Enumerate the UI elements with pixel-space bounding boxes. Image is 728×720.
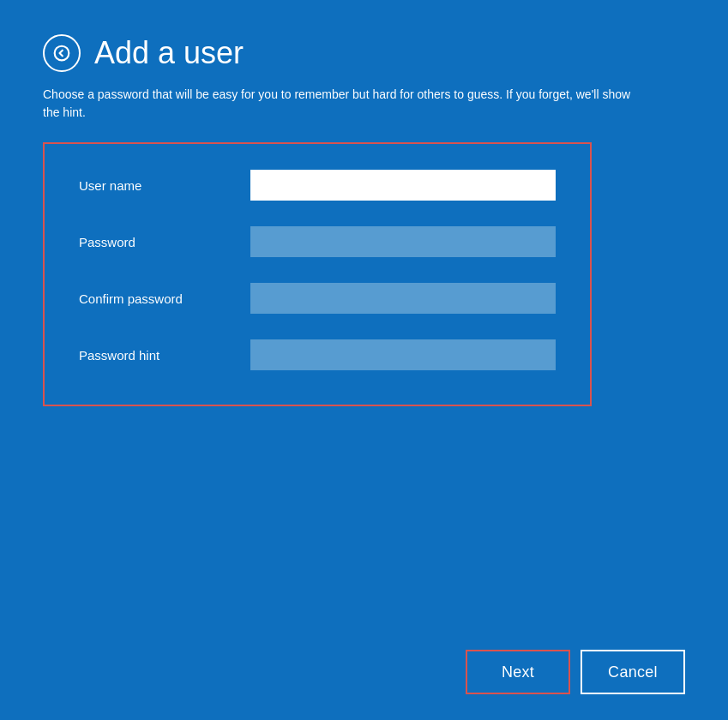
svg-point-0 [55, 46, 69, 61]
password-label: Password [79, 235, 250, 249]
buttons-area: Next Cancel [466, 650, 685, 694]
header: Add a user [43, 34, 685, 72]
next-button[interactable]: Next [466, 650, 570, 694]
username-input[interactable] [250, 170, 556, 201]
page-container: Add a user Choose a password that will b… [0, 0, 728, 720]
username-label: User name [79, 178, 250, 193]
form-container: User name Password Confirm password Pass… [43, 142, 592, 406]
password-hint-label: Password hint [79, 348, 250, 363]
confirm-password-label: Confirm password [79, 291, 250, 306]
cancel-button[interactable]: Cancel [581, 650, 685, 694]
subtitle: Choose a password that will be easy for … [43, 86, 643, 122]
back-button[interactable] [43, 34, 81, 72]
confirm-password-row: Confirm password [79, 283, 556, 314]
confirm-password-input[interactable] [250, 283, 556, 314]
password-row: Password [79, 226, 556, 257]
password-input[interactable] [250, 226, 556, 257]
password-hint-row: Password hint [79, 339, 556, 370]
password-hint-input[interactable] [250, 339, 556, 370]
page-title: Add a user [94, 35, 244, 71]
username-row: User name [79, 170, 556, 201]
